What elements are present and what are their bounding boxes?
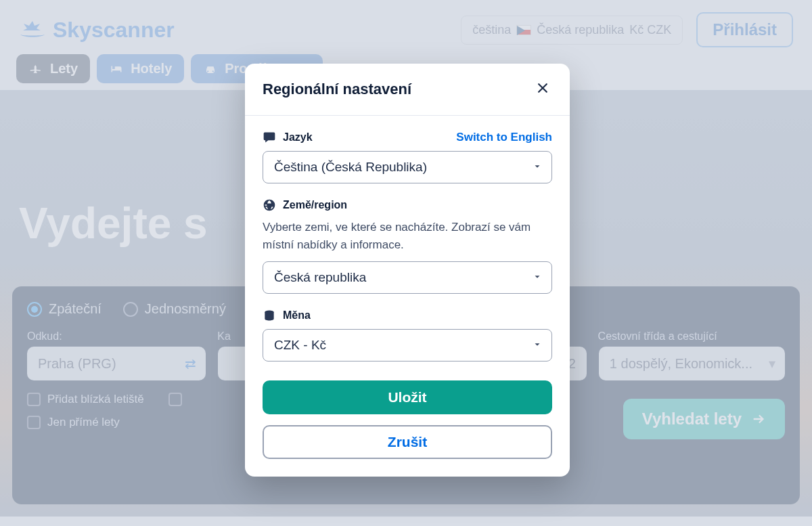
chat-icon bbox=[263, 131, 276, 144]
regional-settings-modal: Regionální nastavení Jazyk Switch to Eng… bbox=[245, 64, 570, 477]
currency-value: CZK - Kč bbox=[274, 338, 326, 353]
section-language: Jazyk Switch to English Čeština (Česká R… bbox=[263, 131, 552, 183]
cancel-button[interactable]: Zrušit bbox=[263, 425, 552, 459]
close-icon bbox=[536, 81, 549, 95]
section-region: Země/region Vyberte zemi, ve které se na… bbox=[263, 198, 552, 294]
caret-down-icon bbox=[533, 272, 542, 282]
modal-header: Regionální nastavení bbox=[245, 64, 570, 116]
close-button[interactable] bbox=[533, 80, 552, 99]
modal-title: Regionální nastavení bbox=[263, 81, 411, 98]
section-currency: Měna CZK - Kč bbox=[263, 309, 552, 361]
currency-select[interactable]: CZK - Kč bbox=[263, 329, 552, 361]
region-value: Česká republika bbox=[274, 270, 366, 285]
language-select[interactable]: Čeština (Česká Republika) bbox=[263, 151, 552, 183]
globe-icon bbox=[263, 198, 276, 212]
switch-english-link[interactable]: Switch to English bbox=[456, 131, 552, 144]
language-value: Čeština (Česká Republika) bbox=[274, 160, 427, 175]
region-label: Země/region bbox=[283, 199, 347, 211]
caret-down-icon bbox=[533, 162, 542, 171]
caret-down-icon bbox=[533, 340, 542, 349]
modal-body: Jazyk Switch to English Čeština (Česká R… bbox=[245, 116, 570, 477]
coins-icon bbox=[263, 309, 276, 322]
language-label: Jazyk bbox=[283, 131, 313, 144]
save-button[interactable]: Uložit bbox=[263, 380, 552, 414]
region-hint: Vyberte zemi, ve které se nacházíte. Zob… bbox=[263, 219, 552, 255]
region-select[interactable]: Česká republika bbox=[263, 261, 552, 294]
currency-label: Měna bbox=[283, 309, 311, 322]
